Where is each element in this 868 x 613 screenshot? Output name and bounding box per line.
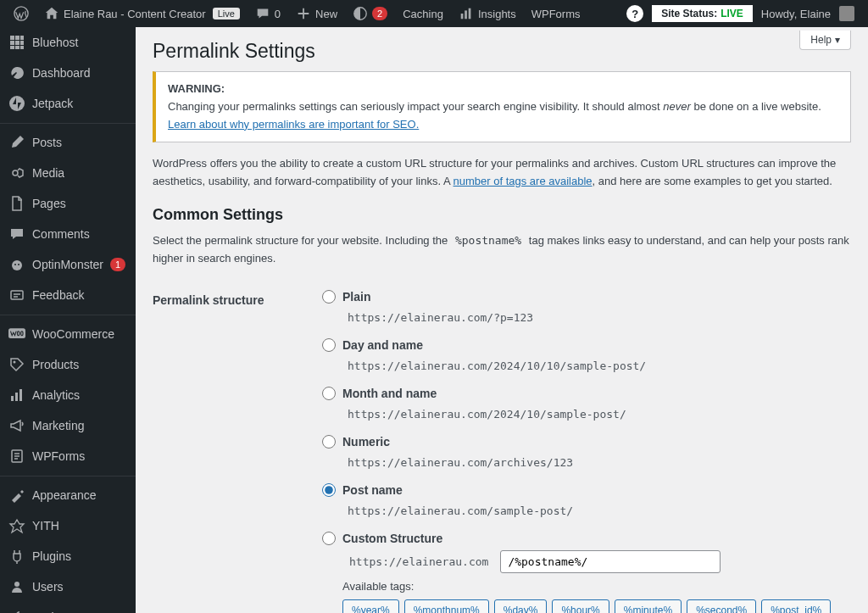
example-month-name: https://elainerau.com/2024/10/sample-pos… [342, 405, 632, 423]
sidebar-item-marketing[interactable]: Marketing [0, 410, 136, 441]
sidebar-item-bluehost[interactable]: Bluehost [0, 27, 136, 58]
sidebar-item-yith[interactable]: YITH [0, 510, 136, 541]
svg-rect-6 [15, 36, 19, 40]
svg-rect-23 [15, 393, 18, 401]
base-url: https://elainerau.com [342, 551, 495, 572]
site-name-text: Elaine Rau - Content Creator [64, 8, 206, 20]
tag-minute[interactable]: %minute% [615, 599, 682, 613]
radio-numeric[interactable] [322, 435, 336, 449]
sidebar-item-wpforms[interactable]: WPForms [0, 441, 136, 471]
comments-count: 0 [275, 8, 281, 20]
sidebar-item-comments[interactable]: Comments [0, 219, 136, 249]
help-icon-button[interactable]: ? [620, 0, 650, 27]
comment-icon [255, 6, 270, 21]
main-content: Help▾ Permalink Settings WARNING: Changi… [136, 27, 868, 613]
sidebar-item-jetpack[interactable]: Jetpack [0, 88, 136, 119]
svg-rect-3 [465, 10, 467, 19]
warning-label: WARNING: [168, 82, 225, 95]
svg-point-18 [18, 264, 19, 265]
custom-structure-input[interactable] [500, 550, 721, 573]
sidebar-item-users[interactable]: Users [0, 571, 136, 602]
warning-link[interactable]: Learn about why permalinks are important… [168, 118, 419, 131]
svg-rect-10 [20, 41, 24, 45]
tags-available-link[interactable]: number of tags are available [453, 175, 593, 187]
sidebar-item-feedback[interactable]: Feedback [0, 280, 136, 310]
caching-link[interactable]: Caching [396, 0, 450, 27]
radio-custom[interactable] [322, 532, 336, 545]
tag-monthnum[interactable]: %monthnum% [404, 599, 489, 613]
svg-point-16 [12, 260, 22, 270]
example-day-name: https://elainerau.com/2024/10/10/sample-… [342, 357, 651, 375]
svg-rect-2 [461, 14, 464, 19]
svg-point-17 [14, 264, 16, 265]
svg-point-26 [14, 582, 19, 587]
svg-point-15 [13, 170, 18, 176]
common-settings-desc: Select the permalink structure for your … [153, 232, 851, 268]
sidebar-item-products[interactable]: Products [0, 349, 136, 380]
avatar [839, 6, 854, 21]
svg-rect-13 [20, 46, 24, 49]
tags-row: %year% %monthnum% %day% %hour% %minute% … [342, 599, 851, 613]
tag-hour[interactable]: %hour% [552, 599, 609, 613]
radio-plain[interactable] [322, 290, 336, 304]
page-title: Permalink Settings [153, 27, 851, 71]
tag-second[interactable]: %second% [687, 599, 756, 613]
svg-rect-7 [20, 36, 24, 40]
notif-count: 2 [372, 7, 387, 20]
wp-logo-icon[interactable] [7, 0, 36, 27]
svg-point-14 [9, 96, 25, 111]
help-tab[interactable]: Help▾ [799, 31, 851, 50]
sidebar-item-pages[interactable]: Pages [0, 188, 136, 219]
svg-rect-22 [11, 396, 14, 401]
svg-rect-9 [15, 41, 19, 45]
sidebar-item-tools[interactable]: Tools [0, 602, 136, 613]
svg-rect-19 [11, 291, 23, 299]
sidebar-item-media[interactable]: Media [0, 158, 136, 188]
sidebar-item-plugins[interactable]: Plugins [0, 541, 136, 571]
radio-day-name[interactable] [322, 338, 336, 352]
new-label: New [315, 8, 337, 20]
site-name-link[interactable]: Elaine Rau - Content Creator Live [37, 0, 247, 27]
wpforms-topbar-link[interactable]: WPForms [525, 0, 587, 27]
svg-rect-5 [10, 36, 14, 40]
notifications-link[interactable]: 2 [346, 0, 394, 27]
bar-chart-icon [459, 6, 474, 21]
home-icon [44, 6, 59, 21]
available-tags-label: Available tags: [342, 580, 851, 593]
example-plain: https://elainerau.com/?p=123 [342, 309, 538, 326]
sidebar-item-optinmonster[interactable]: OptinMonster1 [0, 249, 136, 280]
svg-rect-12 [15, 46, 19, 49]
comments-link[interactable]: 0 [248, 0, 287, 27]
radio-month-name[interactable] [322, 387, 336, 400]
radio-post-name[interactable] [322, 483, 336, 497]
example-post-name: https://elainerau.com/sample-post/ [342, 502, 578, 520]
site-status-button[interactable]: Site Status: LIVE [652, 0, 753, 27]
warning-notice: WARNING: Changing your permalinks settin… [153, 71, 851, 142]
admin-bar: Elaine Rau - Content Creator Live 0 New … [0, 0, 868, 27]
chevron-down-icon: ▾ [835, 34, 840, 46]
svg-rect-8 [10, 41, 14, 45]
new-content-link[interactable]: New [289, 0, 344, 27]
sidebar-item-appearance[interactable]: Appearance [0, 480, 136, 510]
tag-post-id[interactable]: %post_id% [761, 599, 831, 613]
svg-rect-11 [10, 46, 14, 49]
permalink-structure-label: Permalink structure [153, 276, 322, 613]
live-badge: Live [213, 8, 240, 20]
intro-paragraph: WordPress offers you the ability to crea… [153, 155, 851, 191]
plus-icon [296, 6, 311, 21]
svg-rect-4 [469, 8, 471, 20]
howdy-account-link[interactable]: Howdy, Elaine [754, 0, 861, 27]
sidebar-item-posts[interactable]: Posts [0, 127, 136, 158]
sidebar-item-woocommerce[interactable]: WooCommerce [0, 319, 136, 349]
svg-point-21 [14, 361, 16, 364]
example-numeric: https://elainerau.com/archives/123 [342, 454, 578, 471]
sidebar-item-dashboard[interactable]: Dashboard [0, 58, 136, 88]
tag-day[interactable]: %day% [494, 599, 548, 613]
tag-year[interactable]: %year% [342, 599, 399, 613]
insights-link[interactable]: Insights [452, 0, 523, 27]
sidebar-item-analytics[interactable]: Analytics [0, 380, 136, 410]
optinmonster-badge: 1 [110, 258, 125, 271]
admin-sidebar: Bluehost Dashboard Jetpack Posts Media P… [0, 27, 136, 613]
common-settings-heading: Common Settings [153, 206, 851, 224]
half-circle-icon [353, 6, 368, 21]
